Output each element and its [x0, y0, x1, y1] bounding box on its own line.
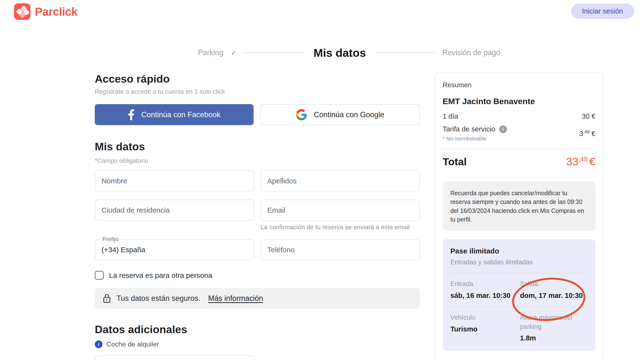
summary-title: Resumen — [443, 81, 596, 89]
summary-divider — [443, 149, 596, 149]
telefono-input[interactable] — [260, 239, 420, 260]
quick-access-subtitle: Regístrate o accede a tu cuenta en 1 sol… — [95, 88, 420, 95]
vehiculo-cell: Vehículo Turismo — [450, 313, 519, 342]
entrada-label: Entrada — [450, 280, 519, 289]
prefijo-cell: Prefijo (+34) España — [95, 239, 254, 260]
pass-details-box: Pase ilimitado Entradas y salidas ilimit… — [443, 239, 596, 351]
rental-info-icon[interactable]: i — [95, 341, 102, 348]
telefono-cell — [260, 239, 420, 260]
google-button-label: Continúa con Google — [314, 110, 384, 119]
salida-cell: Salida dom, 17 mar. 10:30 — [519, 280, 588, 300]
pass-divider — [450, 273, 588, 273]
ciudad-input[interactable] — [95, 200, 254, 221]
parclick-logo-icon — [14, 3, 30, 20]
facebook-login-button[interactable]: Continúa con Facebook — [95, 104, 254, 125]
pass-title: Pase ilimitado — [450, 247, 588, 255]
step-revision-pago: Revisión de pago — [442, 48, 500, 57]
my-data-title: Mis datos — [95, 140, 420, 153]
quick-access-title: Acceso rápido — [95, 72, 420, 85]
pass-divider — [450, 306, 588, 307]
total-label: Total — [443, 156, 467, 168]
prefijo-label: Prefijo — [100, 236, 121, 243]
other-person-checkbox[interactable] — [95, 271, 104, 280]
google-login-button[interactable]: Continúa con Google — [260, 104, 420, 125]
entrada-value: sáb, 16 mar. 10:30 — [450, 292, 519, 300]
parking-name: EMT Jacinto Benavente — [443, 97, 596, 106]
email-cell: La confirmación de tu reserva se enviará… — [260, 200, 420, 231]
lock-icon — [103, 294, 111, 303]
checkout-stepper: Parking ✓ Mis datos Revisión de pago — [95, 43, 604, 62]
facebook-button-label: Continúa con Facebook — [142, 110, 220, 119]
nombre-cell — [95, 170, 254, 191]
other-person-label: La reserva es para otra persona — [109, 271, 212, 280]
salida-value: dom, 17 mar. 10:30 — [520, 292, 588, 300]
pass-subtitle: Entradas y salidas ilimitadas — [450, 259, 588, 266]
step-connector — [244, 52, 304, 53]
altura-label: Altura máxima del parking — [520, 313, 585, 332]
required-field-note: *Campo obligatorio — [95, 157, 420, 165]
total-price: 33,49€ — [566, 155, 596, 168]
header: Parclick Iniciar sesión — [0, 0, 644, 24]
ciudad-cell — [95, 200, 254, 231]
brand-name: Parclick — [35, 5, 77, 18]
duration-price: 30 € — [582, 112, 596, 120]
non-refundable-note: * No reembolsable — [443, 136, 507, 142]
altura-cell: Altura máxima del parking 1.8m — [519, 313, 588, 342]
login-button[interactable]: Iniciar sesión — [571, 4, 634, 19]
booking-summary-card: Resumen EMT Jacinto Benavente 1 día 30 €… — [434, 72, 604, 360]
step-connector — [376, 52, 436, 53]
email-helper-text: La confirmación de tu reserva se enviará… — [260, 224, 420, 231]
nombre-input[interactable] — [95, 170, 254, 191]
prefijo-select[interactable]: Prefijo (+34) España — [95, 239, 254, 260]
more-info-link[interactable]: Más información — [208, 294, 263, 303]
rental-car-label: Coche de alquiler — [106, 341, 159, 348]
cancellation-note: Recuerda que puedes cancelar/modificar t… — [443, 181, 596, 231]
parclick-logo[interactable]: Parclick — [14, 3, 77, 20]
duration-label: 1 día — [443, 112, 458, 120]
vehiculo-label: Vehículo — [450, 313, 519, 322]
vehiculo-value: Turismo — [450, 325, 519, 333]
matricula-input[interactable] — [95, 356, 254, 360]
step-mis-datos: Mis datos — [314, 46, 366, 59]
altura-value: 1.8m — [520, 334, 588, 342]
prefijo-value: (+34) España — [102, 246, 145, 254]
data-security-banner: Tus datos están seguros. Más información — [95, 288, 420, 309]
email-input[interactable] — [260, 200, 420, 221]
step-complete-check-icon: ✓ — [230, 48, 237, 57]
service-fee-price: 3,49€ — [579, 129, 596, 138]
step-parking[interactable]: Parking — [198, 48, 223, 57]
apellidos-input[interactable] — [260, 170, 420, 191]
apellidos-cell — [260, 170, 420, 191]
matricula-cell — [95, 356, 254, 360]
service-fee-label: Tarifa de servicio — [443, 125, 495, 133]
security-text: Tus datos están seguros. — [116, 294, 200, 303]
facebook-icon — [128, 109, 135, 121]
salida-label: Salida — [520, 280, 588, 289]
service-fee-info-icon[interactable]: i — [499, 125, 507, 133]
additional-data-title: Datos adicionales — [95, 323, 420, 336]
entrada-cell: Entrada sáb, 16 mar. 10:30 — [450, 280, 519, 300]
google-icon — [296, 109, 307, 120]
